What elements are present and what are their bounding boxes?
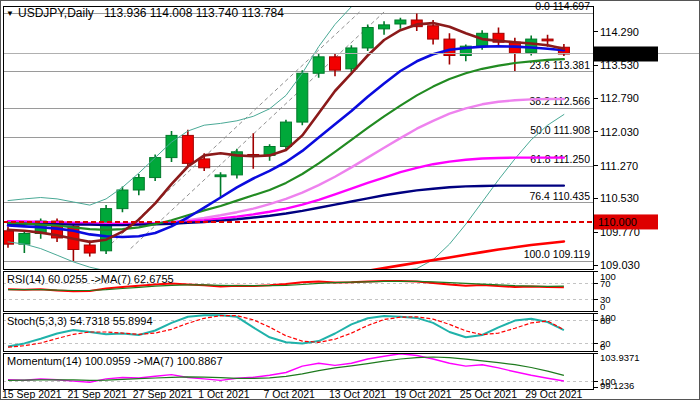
price-axis-area[interactable] [594, 7, 700, 390]
time-axis-area[interactable] [3, 390, 593, 400]
rsi-pane-area[interactable] [3, 272, 593, 312]
main-plot-area[interactable] [3, 7, 593, 270]
symbol-dropdown-icon[interactable]: ▼ [6, 9, 14, 18]
chart-canvas: 0.0 114.69723.6 113.38138.2 112.56650.0 … [0, 0, 700, 400]
momentum-pane-area[interactable] [3, 353, 593, 390]
chart-symbol-title: USDJPY,Daily [18, 6, 94, 20]
chart-window: 0.0 114.69723.6 113.38138.2 112.56650.0 … [0, 0, 700, 400]
stoch-pane-area[interactable] [3, 313, 593, 351]
chart-ohlc-values: 113.936 114.008 113.740 113.784 [104, 6, 284, 20]
